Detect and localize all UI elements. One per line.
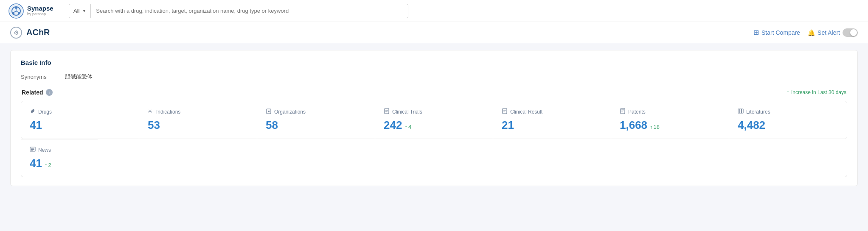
related-header: Related i ↑ Increase in Last 30 days — [21, 89, 847, 96]
stat-value-row: 1,668↑18 — [620, 119, 720, 132]
title-actions: ⊞ Start Compare 🔔 Set Alert — [753, 28, 858, 37]
page-title: AChR — [26, 28, 50, 37]
stat-icon-label: Literatures — [738, 108, 838, 115]
up-arrow-icon: ↑ — [787, 89, 789, 96]
stat-value-row: 58 — [266, 119, 366, 132]
start-compare-button[interactable]: ⊞ Start Compare — [753, 28, 800, 36]
stat-increase: ↑4 — [405, 124, 411, 130]
stat-label: Organizations — [274, 109, 306, 115]
stats-row2: News 41↑2 — [21, 139, 847, 177]
synonyms-row: Synonyms 胆碱能受体 — [21, 73, 847, 81]
stat-icon — [502, 108, 508, 115]
basic-info-section: Basic Info Synonyms 胆碱能受体 Related i ↑ In… — [10, 50, 858, 186]
stat-item[interactable]: ✳ Indications 53 — [139, 101, 257, 139]
set-alert-area: 🔔 Set Alert — [808, 28, 858, 37]
stat-icon — [620, 108, 626, 115]
stat-increase: ↑18 — [650, 124, 660, 130]
svg-text:✳: ✳ — [148, 108, 152, 114]
stat-label: Clinical Result — [510, 109, 542, 115]
stat-label: Indications — [156, 109, 180, 115]
stat-item[interactable]: Drugs 41 — [21, 101, 139, 139]
title-left: ⚙ AChR — [10, 27, 50, 39]
stat-value: 21 — [502, 119, 514, 131]
stat-item[interactable]: Literatures 4,482 — [729, 101, 847, 139]
stat-icon-label: Clinical Result — [502, 108, 602, 115]
synonyms-label: Synonyms — [21, 74, 55, 80]
synonyms-value: 胆碱能受体 — [65, 73, 93, 81]
stat-item[interactable]: Patents 1,668↑18 — [611, 101, 729, 139]
compare-icon: ⊞ — [753, 28, 759, 36]
stat-icon-label: Patents — [620, 108, 720, 115]
stat-item[interactable]: Clinical Trials 242↑4 — [375, 101, 493, 139]
search-input[interactable] — [91, 8, 408, 14]
stat-label: Drugs — [38, 109, 52, 115]
alert-icon: 🔔 — [808, 29, 815, 36]
stat-icon — [30, 108, 36, 115]
related-info-icon[interactable]: i — [46, 89, 53, 96]
svg-point-2 — [15, 6, 17, 9]
stat-value: 58 — [266, 119, 278, 131]
stat-icon: ✳ — [148, 108, 154, 115]
stat-icon — [384, 108, 390, 115]
stat-value: 53 — [148, 119, 160, 131]
logo-synapse: Synapse — [27, 5, 53, 12]
increase-notice: ↑ Increase in Last 30 days — [787, 89, 846, 96]
logo-sub: by patsnap — [27, 12, 53, 17]
stat-label: Literatures — [746, 109, 770, 115]
logo-text: Synapse by patsnap — [27, 5, 53, 16]
stat-icon-label: News — [30, 146, 89, 153]
stat-item[interactable]: Organizations 58 — [257, 101, 375, 139]
stat-value: 4,482 — [738, 119, 765, 131]
chevron-down-icon: ▼ — [82, 8, 86, 13]
stat-icon-label: ✳ Indications — [148, 108, 248, 115]
stat-value: 41 — [30, 157, 42, 170]
search-filter-bar[interactable]: All ▼ — [69, 4, 408, 18]
gear-icon: ⚙ — [14, 29, 19, 36]
stat-value-row: 242↑4 — [384, 119, 484, 132]
svg-rect-25 — [742, 109, 743, 113]
filter-dropdown[interactable]: All ▼ — [69, 4, 91, 18]
svg-rect-11 — [268, 111, 270, 112]
stat-item[interactable]: Clinical Result 21 — [493, 101, 611, 139]
stat-label: Patents — [628, 109, 646, 115]
increase-notice-text: Increase in Last 30 days — [791, 89, 846, 95]
app-header: Synapse by patsnap All ▼ — [0, 0, 868, 22]
target-icon: ⚙ — [10, 27, 22, 39]
up-arrow-icon: ↑ — [650, 124, 653, 130]
stat-value-row: 41 — [30, 119, 130, 132]
stat-icon-label: Organizations — [266, 108, 366, 115]
stat-icon — [30, 146, 36, 153]
stat-label: News — [38, 147, 51, 153]
stat-value-row: 21 — [502, 119, 602, 132]
synapse-logo-icon — [8, 3, 24, 19]
up-arrow-icon: ↑ — [405, 124, 407, 130]
stat-value-row: 41↑2 — [30, 157, 89, 170]
stat-value: 1,668 — [620, 119, 647, 131]
up-arrow-icon: ↑ — [45, 162, 48, 168]
page-title-bar: ⚙ AChR ⊞ Start Compare 🔔 Set Alert — [0, 22, 868, 43]
stat-increase: ↑2 — [45, 162, 51, 168]
stats-grid: Drugs 41 ✳ Indications 53 Organizations … — [21, 101, 847, 139]
stat-icon — [266, 108, 272, 115]
svg-point-8 — [30, 109, 35, 113]
related-left: Related i — [22, 89, 53, 96]
logo-area: Synapse by patsnap — [8, 3, 64, 19]
related-label: Related — [22, 89, 43, 96]
main-content: Basic Info Synonyms 胆碱能受体 Related i ↑ In… — [0, 43, 868, 193]
alert-toggle[interactable] — [843, 28, 858, 37]
stat-value: 41 — [30, 119, 42, 131]
stat-icon-label: Drugs — [30, 108, 130, 115]
stat-value: 242 — [384, 119, 402, 131]
basic-info-title: Basic Info — [21, 59, 847, 66]
start-compare-label: Start Compare — [761, 29, 800, 36]
stat-label: Clinical Trials — [392, 109, 422, 115]
stat-icon — [738, 108, 744, 115]
stat-item[interactable]: News 41↑2 — [21, 139, 98, 177]
filter-label: All — [73, 8, 79, 14]
set-alert-label: Set Alert — [817, 29, 840, 36]
stat-icon-label: Clinical Trials — [384, 108, 484, 115]
stat-value-row: 4,482 — [738, 119, 838, 132]
stat-value-row: 53 — [148, 119, 248, 132]
